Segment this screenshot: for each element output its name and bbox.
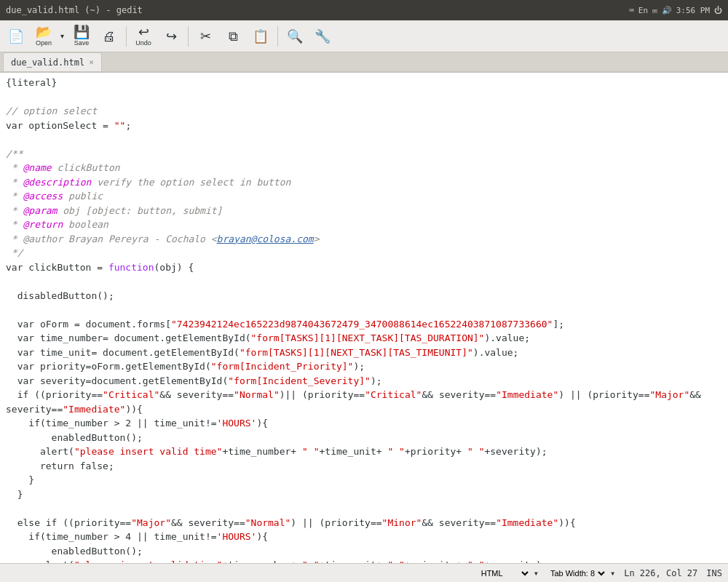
email-icon: ✉ xyxy=(652,6,657,15)
insert-mode: INS xyxy=(706,568,722,578)
tab-bar: due_valid.html × xyxy=(0,52,728,73)
open-label: Open xyxy=(36,39,52,47)
window-title: due_valid.html (~) - gedit xyxy=(6,5,629,15)
code-line: alert("please insert valid time"+time_nu… xyxy=(0,558,728,563)
code-line: disabledButton(); xyxy=(0,289,728,303)
filetype-selector[interactable]: HTML JavaScript CSS ▾ xyxy=(478,568,539,578)
code-line: } xyxy=(0,473,728,487)
code-line: /** xyxy=(0,147,728,162)
separator-3 xyxy=(277,26,278,47)
volume-icon: 🔊 xyxy=(662,6,672,15)
new-icon: 📄 xyxy=(8,30,24,43)
cut-button[interactable]: ✂ xyxy=(192,23,218,49)
open-dropdown[interactable]: ▾ xyxy=(57,23,67,49)
print-button[interactable]: 🖨 xyxy=(96,23,122,49)
separator-2 xyxy=(188,26,189,47)
tab-width-select[interactable]: Tab Width: 8 Tab Width: 4 Tab Width: 2 xyxy=(547,568,607,578)
separator-1 xyxy=(126,26,127,47)
cut-icon: ✂ xyxy=(200,30,211,43)
code-line: } xyxy=(0,487,728,502)
cursor-position: Ln 226, Col 27 xyxy=(624,568,697,578)
code-line: var priority=oForm.getElementById("form[… xyxy=(0,359,728,374)
copy-icon: ⧉ xyxy=(229,30,238,43)
status-bar: HTML JavaScript CSS ▾ Tab Width: 8 Tab W… xyxy=(0,563,728,582)
filetype-arrow: ▾ xyxy=(534,568,539,578)
code-line: if ((priority=="Critical"&& severity=="N… xyxy=(0,388,728,402)
paste-button[interactable]: 📋 xyxy=(248,23,274,49)
tab-width-arrow: ▾ xyxy=(610,568,615,578)
tools-button[interactable]: 🔧 xyxy=(309,23,336,49)
code-line xyxy=(0,303,728,317)
redo-icon: ↪ xyxy=(166,30,177,43)
clock: 3:56 PM xyxy=(676,6,710,15)
find-icon: 🔍 xyxy=(287,30,303,43)
save-label: Save xyxy=(74,39,90,47)
toolbar: 📄 📂 Open ▾ 💾 Save 🖨 ↩ Undo ↪ ✂ ⧉ 📋 🔍 🔧 xyxy=(0,20,728,52)
code-line: var optionSelect = ""; xyxy=(0,119,728,133)
titlebar: due_valid.html (~) - gedit ⌨ En ✉ 🔊 3:56… xyxy=(0,0,728,20)
open-icon: 📂 xyxy=(36,25,52,39)
paste-icon: 📋 xyxy=(253,30,269,43)
tools-icon: 🔧 xyxy=(314,30,331,43)
code-line: * @return boolean xyxy=(0,218,728,232)
power-icon: ⏻ xyxy=(714,6,722,15)
mode-text: INS xyxy=(706,568,722,578)
new-button[interactable]: 📄 xyxy=(3,23,29,49)
code-line: return false; xyxy=(0,459,728,474)
code-line: var time_unit= document.getElementById("… xyxy=(0,346,728,360)
code-line: * @access public xyxy=(0,189,728,204)
undo-label: Undo xyxy=(135,39,151,47)
keyboard-icon: ⌨ xyxy=(629,6,634,15)
code-line: * @description verify the option select … xyxy=(0,175,728,190)
code-editor[interactable]: {literal}// option selectvar optionSelec… xyxy=(0,73,728,563)
code-line: * @author Brayan Pereyra - Cochalo <bray… xyxy=(0,232,728,247)
open-button[interactable]: 📂 Open xyxy=(31,23,57,49)
tab-width-selector[interactable]: Tab Width: 8 Tab Width: 4 Tab Width: 2 ▾ xyxy=(547,568,615,578)
redo-button[interactable]: ↪ xyxy=(158,23,184,49)
code-line: var clickButton = function(obj) { xyxy=(0,260,728,275)
code-line: alert("please insert valid time"+time_nu… xyxy=(0,445,728,459)
tab-filename: due_valid.html xyxy=(11,57,84,68)
code-line: var oForm = document.forms["7423942124ec… xyxy=(0,317,728,332)
open-group: 📂 Open ▾ xyxy=(31,23,67,49)
system-icons: ⌨ En ✉ 🔊 3:56 PM ⏻ xyxy=(629,6,722,15)
code-line xyxy=(0,90,728,105)
tab-close-button[interactable]: × xyxy=(89,57,94,67)
code-line: // option select xyxy=(0,104,728,119)
undo-button[interactable]: ↩ Undo xyxy=(130,23,157,49)
print-icon: 🖨 xyxy=(103,30,116,43)
code-line: enabledButton(); xyxy=(0,431,728,445)
code-line: var severity=document.getElementById("fo… xyxy=(0,374,728,388)
code-line: if(time_number > 2 || time_unit!='HOURS'… xyxy=(0,416,728,431)
lang-indicator: En xyxy=(638,6,648,15)
code-line: var time_number= document.getElementById… xyxy=(0,331,728,346)
save-button[interactable]: 💾 Save xyxy=(68,23,95,49)
code-line: enabledButton(); xyxy=(0,544,728,559)
code-line: */ xyxy=(0,246,728,260)
code-line: else if ((priority=="Major"&& severity==… xyxy=(0,516,728,530)
code-line: * @name clickButton xyxy=(0,161,728,175)
code-line: severity=="Immediate")){ xyxy=(0,402,728,417)
copy-button[interactable]: ⧉ xyxy=(220,23,246,49)
code-line: * @param obj [object: button, submit] xyxy=(0,204,728,218)
save-icon: 💾 xyxy=(74,25,90,39)
undo-icon: ↩ xyxy=(138,25,149,39)
code-line xyxy=(0,501,728,516)
code-line: if(time_number > 4 || time_unit!='HOURS'… xyxy=(0,530,728,544)
code-line: {literal} xyxy=(0,76,728,90)
find-button[interactable]: 🔍 xyxy=(282,23,308,49)
file-tab[interactable]: due_valid.html × xyxy=(3,52,102,71)
code-line xyxy=(0,274,728,289)
filetype-select[interactable]: HTML JavaScript CSS xyxy=(478,568,531,578)
code-line xyxy=(0,132,728,147)
position-text: Ln 226, Col 27 xyxy=(624,568,697,578)
